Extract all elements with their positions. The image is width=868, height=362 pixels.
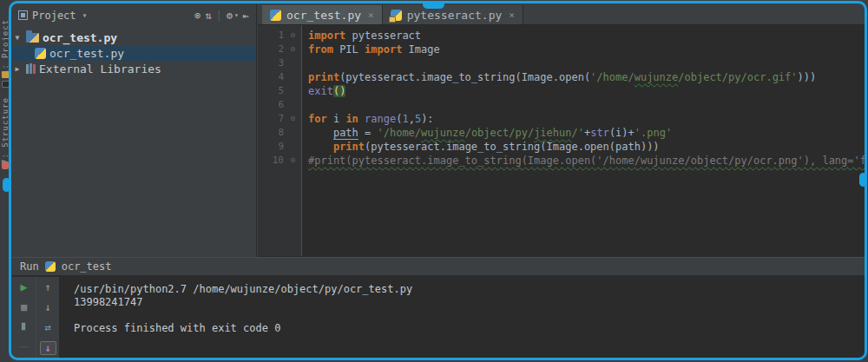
toolbar-separator: | (215, 10, 221, 22)
gear-icon[interactable]: ⚙ (227, 10, 233, 22)
chevron-down-icon[interactable]: ▾ (82, 10, 88, 20)
frame-left-handle[interactable] (3, 178, 10, 192)
line-number: 4 (258, 70, 284, 84)
tab-label[interactable]: ocr_test.py (286, 9, 361, 22)
project-panel: Project ▾ ⊗ ⇅ | ⚙ ▾ ⇤ ▼ ocr_test.py ocr_… (12, 4, 257, 257)
console-line: Process finished with exit code 0 (74, 322, 865, 335)
expand-open-icon[interactable]: ▼ (12, 34, 23, 42)
restore-layout-button[interactable]: ⇄ (44, 321, 50, 333)
close-icon[interactable]: × (509, 10, 515, 21)
tree-row-file[interactable]: ocr_test.py (12, 45, 256, 61)
fold-marker-icon[interactable]: ⊟ (284, 29, 302, 43)
code-line[interactable]: 2⊟from PIL import Image (258, 43, 865, 56)
code-text: import pytesseract (302, 29, 421, 43)
tab-label[interactable]: pytesseract.py (407, 9, 503, 22)
close-icon[interactable]: × (368, 10, 374, 21)
toolbar-dots-separator: ┄┄ (19, 341, 29, 353)
fold-marker-icon[interactable]: ⊟ (284, 154, 302, 168)
project-panel-title[interactable]: Project (32, 10, 76, 22)
editor-area: ocr_test.py × pytesseract.py × 1⊟import … (258, 4, 865, 257)
folder-icon[interactable] (2, 71, 10, 78)
python-folder-icon (26, 33, 39, 43)
code-line[interactable]: 8 path = '/home/wujunze/object/py/jiehun… (258, 126, 865, 140)
fold-marker-icon[interactable]: ⊟ (284, 43, 302, 56)
run-tab-label[interactable]: ocr_test (62, 260, 112, 273)
locate-file-icon[interactable]: ⊗ (194, 10, 201, 22)
tool-window-button-project[interactable]: 1: Project (1, 19, 10, 75)
python-file-icon (270, 10, 281, 21)
code-line[interactable]: 3 (258, 56, 865, 70)
code-text (302, 56, 308, 70)
bookmark-icon[interactable] (2, 161, 9, 169)
tree-file-label[interactable]: ocr_test.py (49, 47, 124, 60)
fold-gutter (284, 70, 302, 84)
console-output[interactable]: /usr/bin/python2.7 /home/wujunze/object/… (59, 277, 865, 359)
editor-tab-bar: ocr_test.py × pytesseract.py × (258, 4, 865, 25)
run-toolbar-primary: ▶ ■ Ⅱ ┄┄ ▤ (12, 277, 36, 359)
tree-root-label[interactable]: ocr_test.py (43, 31, 117, 44)
fold-gutter (284, 56, 302, 70)
next-occurrence-button[interactable]: ↓ (44, 301, 50, 313)
code-text: from PIL import Image (302, 43, 440, 56)
fold-marker-icon[interactable]: ⊟ (284, 112, 302, 126)
line-number: 8 (258, 126, 284, 140)
collapse-all-icon[interactable]: ⇅ (205, 10, 211, 22)
code-line[interactable]: 6 (258, 98, 865, 112)
fold-gutter (284, 98, 302, 112)
run-toolbar-secondary: ↑ ↓ ⇄ ↓ (36, 277, 59, 359)
python-file-locked-icon (391, 10, 402, 21)
libraries-icon (26, 63, 36, 74)
code-text: #print(pytesseract.image_to_string(Image… (302, 154, 865, 168)
line-number: 7 (258, 112, 284, 126)
line-number: 10 (258, 154, 284, 168)
tool-window-button-structure[interactable]: 7: Structure (1, 97, 10, 164)
expand-closed-icon[interactable]: ▶ (12, 65, 23, 73)
frame-right-handle[interactable] (859, 173, 867, 187)
code-text (302, 98, 308, 112)
line-number: 3 (258, 56, 284, 70)
stop-button[interactable]: ■ (21, 301, 27, 313)
code-line[interactable]: 1⊟import pytesseract (258, 29, 865, 43)
python-file-icon (45, 261, 56, 272)
code-text: path = '/home/wujunze/object/py/jiehun/'… (302, 126, 672, 140)
hide-panel-icon[interactable]: ⇤ (243, 10, 249, 22)
run-panel-body: ▶ ■ Ⅱ ┄┄ ▤ ↑ ↓ ⇄ ↓ /usr/bin/python2.7 /h… (12, 277, 865, 359)
line-number: 2 (258, 43, 284, 56)
editor-body[interactable]: 1⊟import pytesseract2⊟from PIL import Im… (258, 25, 865, 256)
tab-ocr-test[interactable]: ocr_test.py × (262, 5, 383, 24)
rerun-button[interactable]: ▶ (21, 281, 28, 293)
line-number: 5 (258, 84, 284, 98)
run-panel-header: Run ocr_test (12, 258, 865, 276)
code-text: for i in range(1,5): (302, 112, 434, 126)
run-panel-title: Run (20, 260, 39, 273)
terminal-icon[interactable] (2, 81, 10, 88)
python-file-icon (35, 48, 46, 59)
pycharm-window: 1: Project 7: Structure Project ▾ ⊗ ⇅ | … (0, 0, 868, 362)
scroll-to-end-button[interactable]: ↓ (40, 341, 56, 355)
code-text: print(pytesseract.image_to_string(Image.… (302, 70, 816, 84)
console-line: /usr/bin/python2.7 /home/wujunze/object/… (74, 283, 865, 296)
code-line[interactable]: 5exit() (258, 84, 865, 98)
line-number: 1 (258, 29, 284, 43)
tab-pytesseract[interactable]: pytesseract.py × (383, 5, 523, 24)
code-lines: 1⊟import pytesseract2⊟from PIL import Im… (258, 25, 865, 168)
code-text: print(pytesseract.image_to_string(Image.… (302, 140, 660, 154)
tree-libraries-label[interactable]: External Libraries (39, 63, 161, 76)
line-number: 6 (258, 98, 284, 112)
fold-gutter (284, 126, 302, 140)
line-number: 9 (258, 140, 284, 154)
code-line[interactable]: 7⊟for i in range(1,5): (258, 112, 865, 126)
gear-caret-icon: ▾ (234, 11, 239, 19)
project-icon (18, 10, 28, 20)
frame-top-handle[interactable] (423, 3, 444, 9)
console-line (74, 309, 865, 322)
run-panel: Run ocr_test ▶ ■ Ⅱ ┄┄ ▤ ↑ ↓ ⇄ ↓ /usr/bin… (12, 257, 865, 359)
project-tree: ▼ ocr_test.py ocr_test.py ▶ External Lib… (12, 30, 256, 76)
tree-row-external-libraries[interactable]: ▶ External Libraries (12, 61, 256, 76)
code-line[interactable]: 4print(pytesseract.image_to_string(Image… (258, 70, 865, 84)
tree-row-root[interactable]: ▼ ocr_test.py (12, 30, 256, 45)
code-line[interactable]: 9 print(pytesseract.image_to_string(Imag… (258, 140, 865, 154)
pause-output-button[interactable]: Ⅱ (21, 321, 26, 333)
code-line[interactable]: 10⊟#print(pytesseract.image_to_string(Im… (258, 154, 865, 168)
prev-occurrence-button[interactable]: ↑ (44, 281, 50, 293)
